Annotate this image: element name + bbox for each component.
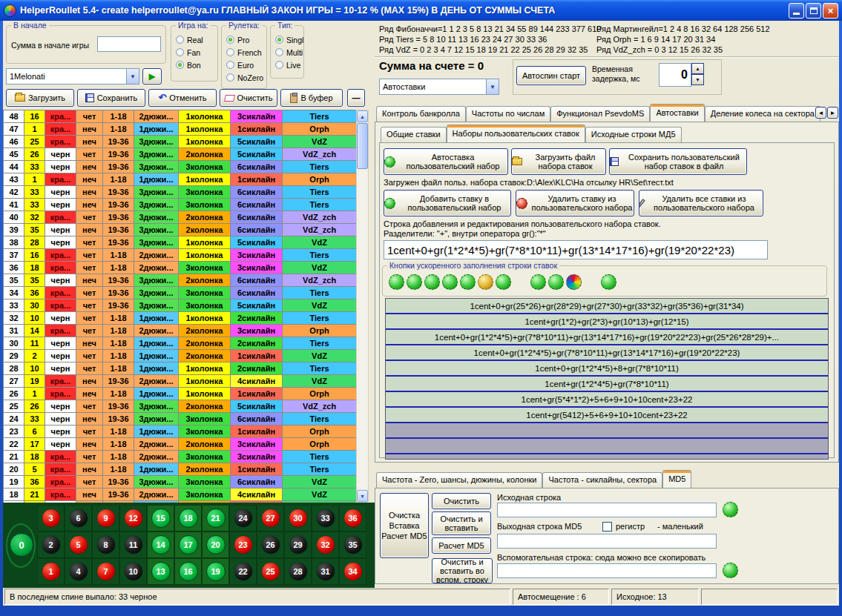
chevron-down-icon[interactable]: ▼: [126, 69, 139, 84]
roulette-cell-22[interactable]: 22: [229, 558, 257, 585]
roulette-cell-3[interactable]: 3: [37, 505, 65, 531]
load-bet-set-file-button[interactable]: Загрузить файл набора ставок: [511, 148, 606, 175]
add-bet-button[interactable]: Добавить ставку в пользовательский набор: [384, 190, 511, 216]
roulette-cell-28[interactable]: 28: [284, 558, 312, 585]
bet-string-row[interactable]: 1cent+0+gr(25*26)+gr(28*29)+gr(27*30)+gr…: [386, 299, 828, 314]
md5-clear-button[interactable]: Очистить: [432, 493, 491, 509]
roulette-cell-19[interactable]: 19: [202, 558, 229, 585]
radio-option-nozero[interactable]: NoZero: [223, 71, 265, 84]
roulette-cell-1[interactable]: 1: [37, 558, 65, 585]
roulette-cell-0[interactable]: 0: [9, 532, 34, 557]
tab-scroll-left-button[interactable]: ◄: [815, 107, 826, 119]
to-buffer-button[interactable]: В буфер: [280, 89, 343, 107]
roulette-cell-4[interactable]: 4: [65, 558, 92, 585]
tab-наборы-пользовательских-ставок[interactable]: Наборы пользовательских ставок: [447, 125, 585, 142]
remove-all-bets-button[interactable]: Удалить все ставки из пользовательского …: [639, 190, 763, 216]
title-bar[interactable]: HelperRoullet 5.4- create helperroullet@…: [0, 0, 842, 21]
tab-scroll-right-button[interactable]: ►: [827, 107, 838, 119]
radio-option-real[interactable]: Real: [173, 33, 216, 46]
radio-option-live[interactable]: Live: [272, 59, 302, 71]
radio-option-singl[interactable]: Singl: [272, 33, 302, 46]
bet-string-row[interactable]: 1cent+gr(5*4*1*2)+5+6+9+10+10cent+23+22: [386, 392, 828, 408]
close-button[interactable]: ×: [823, 3, 838, 19]
autobets-select[interactable]: Автоставки ▼: [379, 79, 499, 95]
roulette-cell-8[interactable]: 8: [92, 531, 119, 558]
bet-string-row[interactable]: 1cent+gr(5412)+5+6+9+10+10cent+23+22: [386, 408, 828, 423]
roulette-cell-33[interactable]: 33: [312, 505, 339, 531]
roulette-cell-16[interactable]: 16: [174, 558, 202, 585]
tab-частота-сиклайны-сектора[interactable]: Частота - сиклайны, сектора: [542, 472, 662, 488]
roulette-cell-6[interactable]: 6: [65, 505, 92, 531]
roulette-cell-27[interactable]: 27: [257, 505, 284, 531]
md5-clear-paste-button[interactable]: Очистить и вставить: [432, 511, 491, 535]
bet-string-input[interactable]: 1cent+0+gr(1*2*4*5)+gr(7*8*10*11)+gr(13*…: [384, 240, 768, 259]
roulette-cell-29[interactable]: 29: [284, 531, 312, 558]
roulette-cell-9[interactable]: 9: [92, 505, 119, 531]
undo-button[interactable]: ↶Отменить: [148, 89, 217, 107]
chip-icon[interactable]: [389, 274, 404, 290]
roulette-cell-24[interactable]: 24: [229, 505, 257, 531]
roulette-cell-30[interactable]: 30: [284, 505, 312, 531]
clear-button[interactable]: Очистить: [220, 89, 277, 107]
roulette-cell-17[interactable]: 17: [174, 531, 202, 558]
chip-multi-icon[interactable]: [566, 274, 582, 290]
preset-select[interactable]: 1Melonati ▼: [6, 68, 139, 85]
roulette-cell-20[interactable]: 20: [202, 531, 229, 558]
roulette-cell-7[interactable]: 7: [92, 558, 119, 585]
chip-icon[interactable]: [723, 563, 738, 578]
tab-функционал-psevdoms[interactable]: Функционал PsevdoMS: [550, 106, 650, 122]
spinner-up-icon[interactable]: ▲: [691, 63, 704, 74]
tab-контроль-банкролла[interactable]: Контроль банкролла: [376, 106, 466, 122]
roulette-cell-26[interactable]: 26: [257, 531, 284, 558]
delay-input[interactable]: 0: [659, 63, 691, 87]
roulette-cell-11[interactable]: 11: [119, 531, 147, 558]
roulette-cell-31[interactable]: 31: [312, 558, 339, 585]
roulette-cell-13[interactable]: 13: [147, 558, 174, 585]
bet-string-row[interactable]: 1cent+gr(1*2)+gr(2*3)+gr(10*13)+gr(12*15…: [386, 314, 828, 330]
md5-aux-input[interactable]: [497, 563, 717, 578]
chip-icon[interactable]: [548, 274, 564, 290]
chip-icon[interactable]: [407, 274, 422, 290]
chip-icon[interactable]: [460, 274, 476, 290]
chip-icon[interactable]: [496, 274, 511, 290]
radio-option-multi[interactable]: Multi: [272, 46, 302, 59]
roulette-cell-5[interactable]: 5: [65, 531, 92, 558]
collapse-button[interactable]: —: [347, 89, 365, 107]
tab-автоставки[interactable]: Автоставки: [650, 104, 704, 122]
minimize-button[interactable]: [789, 3, 804, 19]
save-bet-set-file-button[interactable]: Сохранить пользовательский набор ставок …: [609, 148, 747, 175]
roulette-cell-23[interactable]: 23: [229, 531, 257, 558]
tab-исходные-строки-мд5[interactable]: Исходные строки МД5: [585, 127, 682, 142]
history-scrollbar[interactable]: ▲ ▼: [356, 110, 369, 503]
lowercase-checkbox[interactable]: [602, 522, 612, 531]
bet-string-row[interactable]: 1cent+gr(1*2*4*5)+gr(7*8*10*11): [386, 377, 828, 392]
bet-string-row[interactable]: 1cent+0+gr(1*2*4*5)+8+gr(7*8*10*11): [386, 361, 828, 377]
roulette-cell-14[interactable]: 14: [147, 531, 174, 558]
roulette-cell-21[interactable]: 21: [202, 505, 229, 531]
autospin-start-button[interactable]: Автоспин старт: [516, 66, 586, 85]
roulette-cell-35[interactable]: 35: [339, 531, 366, 558]
tab-частоты-по-числам[interactable]: Частоты по числам: [466, 106, 550, 122]
md5-output-input[interactable]: [497, 534, 717, 549]
scroll-down-icon[interactable]: ▼: [357, 490, 368, 502]
roulette-cell-34[interactable]: 34: [339, 558, 366, 585]
roulette-cell-15[interactable]: 15: [147, 505, 174, 531]
roulette-cell-36[interactable]: 36: [339, 505, 366, 531]
radio-option-french[interactable]: French: [223, 46, 265, 59]
scroll-up-icon[interactable]: ▲: [357, 110, 368, 122]
tab-частота-zero-шансы-дюжины-колонки[interactable]: Частота - Zero, шансы, дюжины, колонки: [376, 472, 542, 488]
tab-общие-ставки[interactable]: Общие ставки: [381, 127, 447, 142]
chip-gold-icon[interactable]: [478, 274, 493, 290]
md5-source-input[interactable]: [497, 503, 717, 517]
radio-option-bon[interactable]: Bon: [173, 59, 216, 71]
chip-icon[interactable]: [723, 502, 738, 517]
autostake-user-set-button[interactable]: Автоставка пользовательский набор: [384, 148, 508, 175]
tab-деление-колеса-на-сектора[interactable]: Деление колеса на сектора: [705, 106, 820, 122]
roulette-cell-10[interactable]: 10: [119, 558, 147, 585]
roulette-cell-32[interactable]: 32: [312, 531, 339, 558]
spinner-down-icon[interactable]: ▼: [691, 74, 704, 85]
roulette-cell-2[interactable]: 2: [37, 531, 65, 558]
maximize-button[interactable]: [806, 3, 821, 19]
md5-clear-paste-aux-button[interactable]: Очистить и вставить во вспом. строку: [432, 558, 493, 583]
radio-option-pro[interactable]: Pro: [223, 33, 265, 46]
